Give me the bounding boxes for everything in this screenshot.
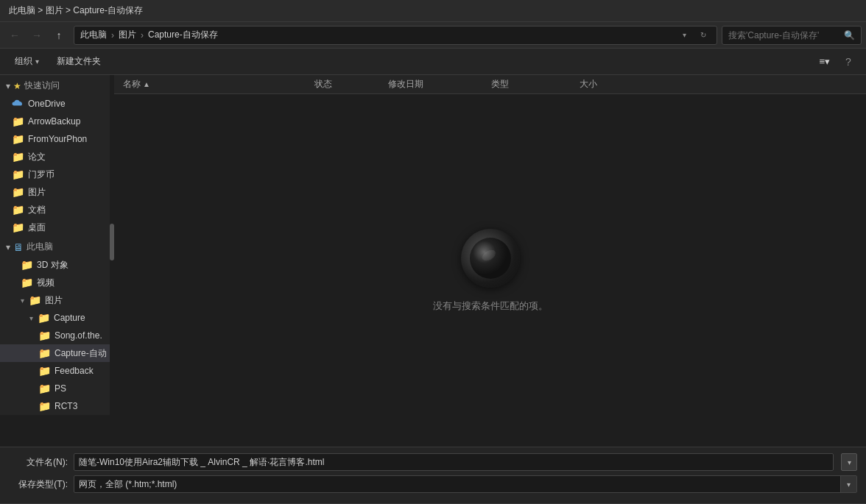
sidebar-item-3dobjects[interactable]: 📁 3D 对象 xyxy=(0,256,113,274)
search-bar[interactable]: 🔍 xyxy=(722,26,862,45)
col-header-date[interactable]: 修改日期 xyxy=(385,78,488,90)
filename-row: 文件名(N): ▾ xyxy=(9,453,857,471)
filename-label: 文件名(N): xyxy=(9,456,68,469)
sidebar-item-videos[interactable]: 📁 视频 xyxy=(0,274,113,291)
folder-icon: 📁 xyxy=(38,347,50,359)
main-layout: ▾ ★ 快速访问 OneDrive 📁 ArrowBackup 📁 FromYo… xyxy=(0,75,866,447)
address-bar[interactable]: 此电脑 › 图片 › Capture-自动保存 ▾ ↻ xyxy=(74,26,717,45)
sidebar-item-monero[interactable]: 📁 门罗币 xyxy=(0,166,113,183)
col-header-size[interactable]: 大小 xyxy=(577,78,650,90)
nav-bar: ← → ↑ 此电脑 › 图片 › Capture-自动保存 ▾ ↻ 🔍 xyxy=(0,22,866,49)
quickaccess-label: 快速访问 xyxy=(24,79,60,92)
folder-icon: 📁 xyxy=(38,400,50,412)
back-button[interactable]: ← xyxy=(4,25,25,46)
filename-dropdown-btn[interactable]: ▾ xyxy=(841,453,857,471)
chevron-down-icon: ▾ xyxy=(6,242,10,252)
sidebar: ▾ ★ 快速访问 OneDrive 📁 ArrowBackup 📁 FromYo… xyxy=(0,75,114,415)
chevron-down-icon: ▾ xyxy=(21,297,24,305)
sidebar-item-rct3[interactable]: 📁 RCT3 xyxy=(0,397,113,415)
help-icon: ? xyxy=(845,56,851,68)
thispc-label: 此电脑 xyxy=(27,241,53,253)
folder-icon: 📁 xyxy=(12,133,24,145)
folder-icon: 📁 xyxy=(12,204,24,216)
up-button[interactable]: ↑ xyxy=(49,25,69,46)
sidebar-item-desktop[interactable]: 📁 桌面 xyxy=(0,219,113,236)
address-folder: Capture-自动保存 xyxy=(148,29,218,41)
sidebar-item-capture[interactable]: ▾ 📁 Capture xyxy=(0,309,113,327)
chevron-down-icon: ▾ xyxy=(29,314,33,322)
view-icon: ≡▾ xyxy=(820,56,831,67)
filename-input[interactable] xyxy=(74,453,834,471)
folder-icon: 📁 xyxy=(12,186,24,198)
sidebar-item-capture-auto[interactable]: 📁 Capture-自动 xyxy=(0,344,113,362)
address-pc: 此电脑 xyxy=(80,29,107,41)
sidebar-wrapper: ▾ ★ 快速访问 OneDrive 📁 ArrowBackup 📁 FromYo… xyxy=(0,75,114,447)
folder-icon: 📁 xyxy=(38,330,50,341)
sidebar-item-lunwen[interactable]: 📁 论文 xyxy=(0,148,113,166)
title-bar: 此电脑 > 图片 > Capture-自动保存 xyxy=(0,0,866,22)
address-dropdown-btn[interactable]: ▾ xyxy=(677,28,691,43)
folder-icon: 📁 xyxy=(29,294,41,306)
toolbar: 组织 ▾ 新建文件夹 ≡▾ ? xyxy=(0,49,866,75)
empty-message: 没有与搜索条件匹配的项。 xyxy=(433,299,548,313)
sidebar-item-ps[interactable]: 📁 PS xyxy=(0,380,113,397)
help-button[interactable]: ? xyxy=(838,52,859,72)
file-thumbnail xyxy=(461,229,520,288)
forward-button[interactable]: → xyxy=(27,25,47,46)
search-input[interactable] xyxy=(728,30,839,40)
sidebar-header-quickaccess[interactable]: ▾ ★ 快速访问 xyxy=(0,75,113,95)
folder-icon: 📁 xyxy=(12,116,24,127)
folder-icon: 📁 xyxy=(21,277,32,288)
folder-icon: 📁 xyxy=(38,383,50,394)
pc-icon: 🖥 xyxy=(13,241,24,253)
sidebar-header-thispc[interactable]: ▾ 🖥 此电脑 xyxy=(0,236,113,256)
address-pictures: 图片 xyxy=(119,29,136,41)
content-area: 名称 ▲ 状态 修改日期 类型 大小 xyxy=(114,75,866,447)
title-bar-text: 此电脑 > 图片 > Capture-自动保存 xyxy=(9,4,143,17)
chevron-down-icon: ▾ xyxy=(847,480,851,489)
view-button[interactable]: ≡▾ xyxy=(814,52,835,72)
sidebar-item-onedrive[interactable]: OneDrive xyxy=(0,95,113,113)
sidebar-item-pictures[interactable]: 📁 图片 xyxy=(0,183,113,201)
sort-arrow-icon: ▲ xyxy=(143,80,150,88)
star-icon: ★ xyxy=(13,81,21,91)
filetype-dropdown-btn[interactable]: ▾ xyxy=(840,476,856,492)
sidebar-item-fromyourphone[interactable]: 📁 FromYourPhon xyxy=(0,130,113,148)
filetype-row: 保存类型(T): 网页，全部 (*.htm;*.html) ▾ xyxy=(9,475,857,493)
sidebar-item-arrowbackup[interactable]: 📁 ArrowBackup xyxy=(0,113,113,130)
filetype-select[interactable]: 网页，全部 (*.htm;*.html) ▾ xyxy=(74,475,857,493)
chevron-down-icon: ▾ xyxy=(848,458,851,466)
folder-icon: 📁 xyxy=(38,312,49,324)
sidebar-item-feedback[interactable]: 📁 Feedback xyxy=(0,362,113,380)
col-header-status[interactable]: 状态 xyxy=(311,78,385,90)
folder-icon: 📁 xyxy=(21,259,32,271)
col-header-name[interactable]: 名称 ▲ xyxy=(120,78,311,90)
new-folder-button[interactable]: 新建文件夹 xyxy=(49,52,108,71)
filetype-label: 保存类型(T): xyxy=(9,478,68,491)
chevron-down-icon: ▾ xyxy=(6,81,10,91)
address-refresh-btn[interactable]: ↻ xyxy=(696,28,711,43)
sidebar-item-song[interactable]: 📁 Song.of.the. xyxy=(0,327,113,344)
bottom-form: 文件名(N): ▾ 保存类型(T): 网页，全部 (*.htm;*.html) … xyxy=(0,447,866,503)
empty-content: 没有与搜索条件匹配的项。 xyxy=(114,94,866,447)
sidebar-item-pictures-sub[interactable]: ▾ 📁 图片 xyxy=(0,291,113,309)
folder-icon: 📁 xyxy=(12,221,24,233)
sidebar-item-documents[interactable]: 📁 文档 xyxy=(0,201,113,219)
search-icon: 🔍 xyxy=(844,30,855,40)
cloud-icon xyxy=(12,98,24,110)
folder-icon: 📁 xyxy=(12,151,24,163)
organize-button[interactable]: 组织 ▾ xyxy=(7,52,46,71)
folder-icon: 📁 xyxy=(12,168,24,180)
folder-icon: 📁 xyxy=(38,365,50,377)
col-header-type[interactable]: 类型 xyxy=(488,78,577,90)
filetype-value: 网页，全部 (*.htm;*.html) xyxy=(74,478,840,491)
column-headers: 名称 ▲ 状态 修改日期 类型 大小 xyxy=(114,75,866,94)
